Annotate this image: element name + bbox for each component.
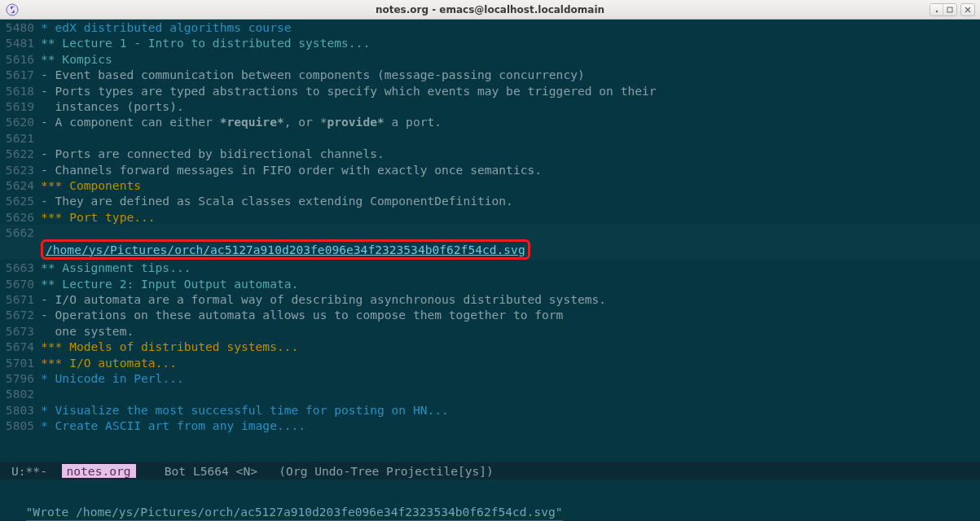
editor-line[interactable]: 5803* Visualize the most successful time… xyxy=(0,402,980,418)
line-number: 5670 xyxy=(0,276,39,291)
mode-line: U:**- notes.org Bot L5664 <N> (Org Undo-… xyxy=(0,462,980,479)
editor-line[interactable]: 5616** Kompics xyxy=(0,51,980,67)
line-number: 5622 xyxy=(0,146,39,161)
line-content: - They are defined as Scala classes exte… xyxy=(39,193,980,208)
line-number: 5663 xyxy=(0,260,39,275)
window-buttons xyxy=(929,3,980,16)
editor-line[interactable]: 5625- They are defined as Scala classes … xyxy=(0,193,980,208)
editor-line[interactable]: 5618- Ports types are typed abstractions… xyxy=(0,83,980,99)
line-number: 5802 xyxy=(0,386,39,401)
line-number: 5701 xyxy=(0,355,39,370)
line-content: one system. xyxy=(39,323,980,339)
editor-line[interactable]: 5621 xyxy=(0,130,980,146)
window-titlebar: notes.org - emacs@localhost.localdomain xyxy=(0,0,980,20)
close-button[interactable] xyxy=(960,3,975,16)
line-content: *** I/O automata... xyxy=(39,355,980,370)
line-number: 5616 xyxy=(0,51,39,67)
line-content: *** Models of distributed systems... xyxy=(39,339,980,354)
line-content: * edX distributed algorithms course xyxy=(39,20,980,35)
line-number: 5672 xyxy=(0,307,39,322)
editor-line[interactable]: 5481** Lecture 1 - Intro to distributed … xyxy=(0,35,980,50)
svg-point-0 xyxy=(7,4,18,15)
echo-message: "Wrote /home/ys/Pictures/orch/ac5127a910… xyxy=(26,505,563,521)
line-content: - Operations on these automata allows us… xyxy=(39,307,980,322)
editor-line[interactable]: 5620- A component can either *require*, … xyxy=(0,114,980,129)
modeline-buffer-name[interactable]: notes.org xyxy=(62,464,136,478)
editor-line[interactable]: 5623- Channels forward messages in FIFO … xyxy=(0,162,980,177)
line-number: 5619 xyxy=(0,99,39,114)
line-number: 5673 xyxy=(0,323,39,339)
line-content: ** Assignment tips... xyxy=(39,260,980,275)
restore-icon[interactable] xyxy=(943,4,956,15)
line-number: 5620 xyxy=(0,114,39,129)
modeline-status: Bot L5664 <N> (Org Undo-Tree Projectile[… xyxy=(136,464,494,478)
editor-line[interactable]: 5663** Assignment tips... xyxy=(0,260,980,275)
line-content: - A component can either *require*, or *… xyxy=(39,114,980,129)
svg-rect-2 xyxy=(947,7,952,12)
line-number: 5481 xyxy=(0,35,39,50)
line-number: 5621 xyxy=(0,130,39,146)
editor-line[interactable]: 5619 instances (ports). xyxy=(0,99,980,114)
line-content: instances (ports). xyxy=(39,99,980,114)
line-content: ** Lecture 2: Input Output automata. xyxy=(39,276,980,291)
editor-line[interactable]: 5662 xyxy=(0,225,980,240)
line-content: * Create ASCII art from any image.... xyxy=(39,418,980,433)
window-title: notes.org - emacs@localhost.localdomain xyxy=(0,4,980,15)
line-content: * Visualize the most successful time for… xyxy=(39,402,980,418)
line-number: 5674 xyxy=(0,339,39,354)
line-number: 5671 xyxy=(0,291,39,307)
line-content: /home/ys/Pictures/orch/ac5127a910d203fe0… xyxy=(39,241,980,260)
line-number: 5625 xyxy=(0,193,39,208)
line-content: *** Port type... xyxy=(39,209,980,225)
editor-line[interactable]: 5626*** Port type... xyxy=(0,209,980,225)
line-content: - Event based communication between comp… xyxy=(39,67,980,82)
line-number: 5805 xyxy=(0,418,39,433)
svg-point-1 xyxy=(935,10,937,11)
highlight-annotation: /home/ys/Pictures/orch/ac5127a910d203fe0… xyxy=(41,239,530,260)
editor-line[interactable]: 5805* Create ASCII art from any image...… xyxy=(0,418,980,433)
line-number: 5617 xyxy=(0,67,39,82)
minimize-icon[interactable] xyxy=(930,4,943,15)
window-minimize-restore-group[interactable] xyxy=(929,3,957,16)
editor-line[interactable]: 5674*** Models of distributed systems... xyxy=(0,339,980,354)
editor-area[interactable]: 5480* edX distributed algorithms course5… xyxy=(0,20,980,462)
line-content: - Channels forward messages in FIFO orde… xyxy=(39,162,980,177)
editor-line[interactable]: 5672- Operations on these automata allow… xyxy=(0,307,980,322)
line-content xyxy=(39,225,980,240)
editor-line[interactable]: 5480* edX distributed algorithms course xyxy=(0,20,980,35)
line-number: 5626 xyxy=(0,209,39,225)
echo-area: "Wrote /home/ys/Pictures/orch/ac5127a910… xyxy=(0,479,980,520)
file-link[interactable]: /home/ys/Pictures/orch/ac5127a910d203fe0… xyxy=(46,243,525,256)
line-number: 5618 xyxy=(0,83,39,99)
editor-line[interactable]: 5701*** I/O automata... xyxy=(0,355,980,370)
emacs-app-icon xyxy=(5,2,20,17)
line-content: *** Components xyxy=(39,177,980,193)
line-number: 5662 xyxy=(0,225,39,240)
editor-line[interactable]: 5671- I/O automata are a formal way of d… xyxy=(0,291,980,307)
editor-line[interactable]: 5617- Event based communication between … xyxy=(0,67,980,82)
modeline-flags: U:**- xyxy=(11,464,62,478)
line-number xyxy=(0,241,39,260)
line-number: 5623 xyxy=(0,162,39,177)
line-number: 5803 xyxy=(0,402,39,418)
line-number: 5796 xyxy=(0,370,39,386)
line-content: - Ports types are typed abstractions to … xyxy=(39,83,980,99)
editor-line[interactable]: 5796* Unicode in Perl... xyxy=(0,370,980,386)
editor-line[interactable]: 5670** Lecture 2: Input Output automata. xyxy=(0,276,980,291)
editor-line[interactable]: 5673 one system. xyxy=(0,323,980,339)
editor-line[interactable]: 5802 xyxy=(0,386,980,401)
editor-line[interactable]: 5622- Ports are connected by bidirection… xyxy=(0,146,980,161)
line-content: ** Kompics xyxy=(39,51,980,67)
line-content: - Ports are connected by bidirectional c… xyxy=(39,146,980,161)
line-number: 5480 xyxy=(0,20,39,35)
editor-line[interactable]: /home/ys/Pictures/orch/ac5127a910d203fe0… xyxy=(0,241,980,260)
line-content: - I/O automata are a formal way of descr… xyxy=(39,291,980,307)
line-content: ** Lecture 1 - Intro to distributed syst… xyxy=(39,35,980,50)
line-content xyxy=(39,386,980,401)
editor-line[interactable]: 5624*** Components xyxy=(0,177,980,193)
line-number: 5624 xyxy=(0,177,39,193)
line-content: * Unicode in Perl... xyxy=(39,370,980,386)
line-content xyxy=(39,130,980,146)
